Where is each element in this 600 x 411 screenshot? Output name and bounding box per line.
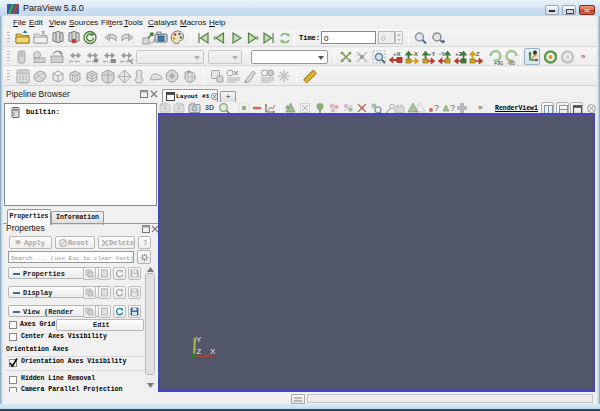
svg-text:-90: -90 (507, 60, 515, 65)
svg-text:+90: +90 (494, 60, 503, 65)
svg-text:Y: Y (196, 335, 202, 344)
svg-text:?: ? (450, 103, 455, 113)
svg-text:-X: -X (412, 51, 418, 57)
svg-text:+X: +X (356, 52, 361, 57)
svg-text:?: ? (434, 103, 439, 113)
svg-text:+X: +X (393, 51, 401, 57)
svg-text:+Y: +Y (428, 51, 435, 57)
svg-text:Z: Z (197, 347, 202, 356)
svg-text:X: X (210, 347, 216, 356)
svg-text:A: A (285, 104, 289, 110)
svg-text:-Y: -Y (439, 51, 445, 57)
